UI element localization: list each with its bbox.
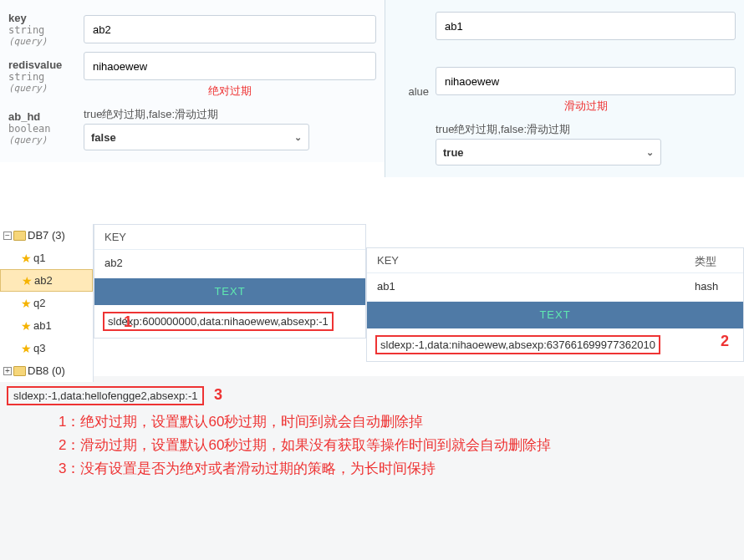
kp-right-type-header: 类型	[685, 248, 743, 272]
redisvalue-source: (query)	[8, 83, 77, 94]
kp-right-type-cell: hash	[685, 273, 743, 301]
marker-2: 2	[721, 333, 729, 350]
tree-item-label: q3	[33, 342, 45, 354]
chevron-down-icon: ⌄	[294, 132, 302, 143]
kp-left-row[interactable]: ab2	[94, 250, 365, 278]
tree-item-label: q1	[33, 252, 45, 264]
explain-line: 1：绝对过期，设置默认60秒过期，时间到就会自动删除掉	[59, 410, 736, 434]
tree-node-db8[interactable]: + DB8 (0)	[0, 359, 93, 382]
folder-icon	[13, 231, 26, 241]
key-source: (query)	[8, 36, 77, 47]
explain-list: 1：绝对过期，设置默认60秒过期，时间到就会自动删除掉 2：滑动过期，设置默认6…	[59, 410, 736, 481]
key-type: string	[8, 24, 77, 36]
right-value-label: alue	[394, 85, 436, 98]
db8-label: DB8 (0)	[28, 364, 65, 377]
marker-3: 3	[214, 386, 222, 403]
abhd-select[interactable]: false ⌄	[84, 124, 309, 150]
kp-right-key-cell: ab1	[367, 273, 685, 301]
abhd-source: (query)	[8, 135, 77, 145]
abhd-row: ab_hd boolean (query) true绝对过期,false:滑动过…	[0, 105, 385, 150]
key-panel-right: KEY 类型 ab1 hash TEXT sldexp:-1,data:niha…	[366, 247, 744, 362]
star-icon: ★	[21, 275, 33, 287]
tree-item-q2[interactable]: ★ q2	[0, 292, 93, 314]
redisvalue-input[interactable]	[84, 52, 376, 80]
star-icon: ★	[20, 252, 32, 264]
kp-right-data-value: sldexp:-1,data:nihaoewew,absexp:63766169…	[375, 335, 660, 354]
bottom-data-value: sldexp:-1,data:hellofengge2,absexp:-1	[7, 386, 204, 405]
kp-right-header: KEY 类型	[367, 248, 743, 273]
right-select[interactable]: true ⌄	[436, 139, 661, 165]
star-icon: ★	[20, 343, 32, 354]
star-icon: ★	[20, 320, 32, 332]
key-label: key	[8, 12, 77, 24]
kp-left-data: sldexp:600000000,data:nihaoewew,absexp:-…	[94, 305, 365, 338]
right-value-input[interactable]	[436, 67, 736, 95]
key-row: key string (query)	[0, 12, 385, 47]
left-form-panel: key string (query) redisvalue string (qu…	[0, 0, 385, 162]
kp-right-key-header: KEY	[367, 248, 685, 272]
explain-line: 2：滑动过期，设置默认60秒过期，如果没有获取等操作时间到就会自动删除掉	[59, 434, 736, 457]
bottom-block: sldexp:-1,data:hellofengge2,absexp:-1 3 …	[7, 386, 736, 481]
right-help: true绝对过期,false:滑动过期	[436, 120, 736, 139]
right-form-panel: alue 滑动过期 true绝对过期,false:滑动过期 true ⌄	[385, 0, 744, 177]
marker-1: 1	[124, 313, 132, 331]
kp-right-data: sldexp:-1,data:nihaoewew,absexp:63766169…	[367, 328, 743, 361]
star-icon: ★	[20, 298, 32, 309]
kp-right-text-bar[interactable]: TEXT	[367, 302, 743, 328]
right-value-row: alue 滑动过期	[385, 67, 744, 115]
redisvalue-row: redisvalue string (query) 绝对过期	[0, 52, 385, 100]
explain-line: 3：没有设置是否为绝对或者滑动过期的策略，为长时间保持	[59, 457, 736, 481]
key-input[interactable]	[84, 15, 376, 43]
tree-item-ab2[interactable]: ★ ab2	[0, 269, 93, 292]
tree-item-q3[interactable]: ★ q3	[0, 337, 93, 359]
folder-icon	[13, 366, 26, 376]
abhd-help: true绝对过期,false:滑动过期	[84, 105, 376, 124]
right-select-row: true绝对过期,false:滑动过期 true ⌄	[385, 120, 744, 165]
db7-label: DB7 (3)	[28, 229, 65, 242]
collapse-icon[interactable]: −	[3, 232, 12, 240]
right-select-value: true	[443, 146, 464, 159]
redisvalue-type: string	[8, 71, 77, 83]
redisvalue-label: redisvalue	[8, 59, 77, 71]
abhd-select-value: false	[91, 131, 116, 144]
tree-item-q1[interactable]: ★ q1	[0, 247, 93, 269]
kp-right-row[interactable]: ab1 hash	[367, 273, 743, 302]
right-key-row	[385, 12, 744, 40]
abhd-type: boolean	[8, 123, 77, 135]
tree-item-label: ab2	[34, 274, 53, 287]
right-key-input[interactable]	[436, 12, 736, 40]
abhd-label: ab_hd	[8, 110, 77, 123]
right-red-note: 滑动过期	[436, 95, 736, 115]
kp-left-text-bar[interactable]: TEXT	[94, 278, 365, 305]
kp-left-key-cell: ab2	[94, 250, 365, 277]
tree-item-label: q2	[33, 297, 45, 309]
tree-item-ab1[interactable]: ★ ab1	[0, 314, 93, 337]
expand-icon[interactable]: +	[3, 367, 12, 375]
left-red-note: 绝对过期	[84, 80, 376, 100]
kp-left-header: KEY	[94, 225, 365, 250]
tree-node-db7[interactable]: − DB7 (3)	[0, 224, 93, 247]
chevron-down-icon: ⌄	[646, 147, 654, 158]
kp-left-data-value: sldexp:600000000,data:nihaoewew,absexp:-…	[103, 312, 334, 331]
db-tree: − DB7 (3) ★ q1 ★ ab2 ★ q2 ★ ab1 ★ q3 + D…	[0, 224, 94, 382]
key-panel-left: KEY ab2 TEXT sldexp:600000000,data:nihao…	[94, 224, 366, 339]
kp-left-key-header: KEY	[94, 225, 365, 249]
tree-item-label: ab1	[33, 319, 52, 332]
